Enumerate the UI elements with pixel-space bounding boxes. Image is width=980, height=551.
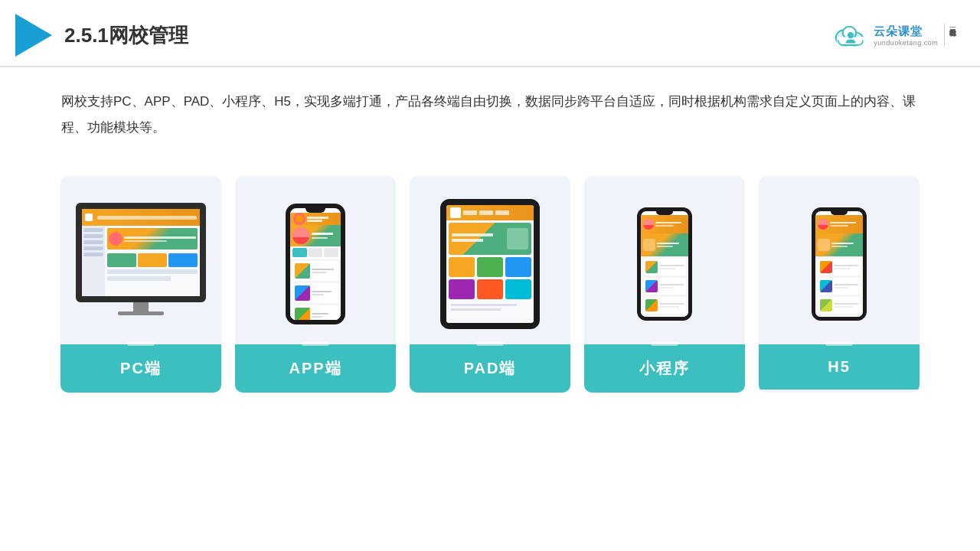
miniprogram-phone-mockup xyxy=(637,207,692,321)
brand-slogan: 教育机构一站式服务云平台 xyxy=(944,24,957,47)
logo-triangle-icon xyxy=(15,14,52,57)
app-image-area xyxy=(235,176,396,344)
page-title: 2.5.1网校管理 xyxy=(64,22,188,49)
pad-card: PAD端 xyxy=(410,176,570,393)
miniprogram-image-area xyxy=(584,176,745,344)
device-cards-container: PC端 xyxy=(0,161,980,416)
app-phone-mockup xyxy=(286,204,345,324)
brand-text: 云朵课堂 yunduoketang.com xyxy=(874,24,938,47)
app-label: APP端 xyxy=(235,344,396,393)
header-right: 云朵课堂 yunduoketang.com 教育机构一站式服务云平台 xyxy=(832,21,957,49)
pc-image-area xyxy=(60,176,221,344)
h5-phone-mockup xyxy=(812,207,867,321)
brand-url-label: yunduoketang.com xyxy=(874,39,938,47)
svg-point-7 xyxy=(848,32,854,38)
pad-label: PAD端 xyxy=(410,344,570,393)
miniprogram-label: 小程序 xyxy=(584,344,745,393)
brand-logo: 云朵课堂 yunduoketang.com xyxy=(832,21,938,49)
brand-name-label: 云朵课堂 xyxy=(874,24,923,39)
pc-monitor-mockup xyxy=(76,203,206,325)
pad-image-area xyxy=(410,176,570,344)
pc-label: PC端 xyxy=(60,344,221,393)
h5-label: H5 xyxy=(759,344,920,390)
pad-tablet-mockup xyxy=(440,199,540,329)
header-left: 2.5.1网校管理 xyxy=(15,14,188,57)
app-card: APP端 xyxy=(235,176,396,393)
miniprogram-card: 小程序 xyxy=(584,176,745,393)
h5-card: H5 xyxy=(759,176,920,393)
h5-image-area xyxy=(759,176,920,344)
pc-card: PC端 xyxy=(60,176,221,393)
header: 2.5.1网校管理 云朵课堂 yunduoketang.com xyxy=(0,0,980,67)
cloud-icon xyxy=(832,21,869,49)
description-text: 网校支持PC、APP、PAD、小程序、H5，实现多端打通，产品各终端自由切换，数… xyxy=(0,67,980,153)
